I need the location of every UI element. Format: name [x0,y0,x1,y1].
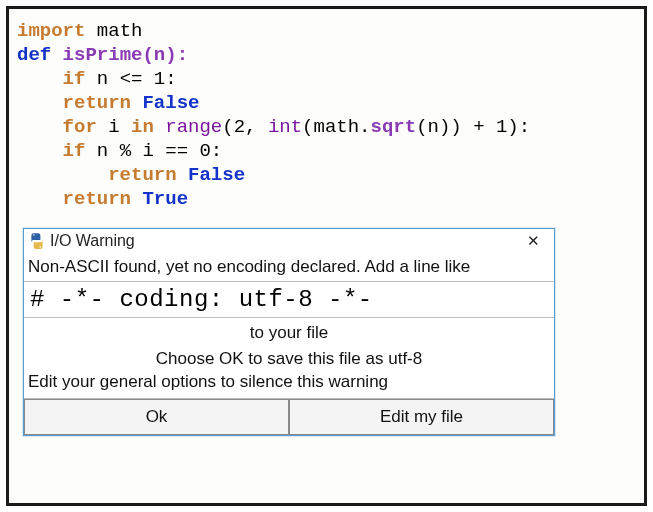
function-name: isPrime [51,44,142,66]
kw-for: for [63,116,97,138]
bool-false-1: False [131,92,199,114]
kw-import: import [17,20,85,42]
bool-false-2: False [177,164,245,186]
dialog-titlebar[interactable]: I/O Warning ✕ [24,229,554,252]
kw-return-2: return [108,164,176,186]
sqrt-call: sqrt [371,116,417,138]
dialog-message-3: Choose OK to save this file as utf-8 [24,344,554,370]
dialog-message-4: Edit your general options to silence thi… [24,370,554,399]
cond-2: n % i == 0: [85,140,222,162]
window-frame: import math def isPrime(n): if n <= 1: r… [6,6,647,506]
kw-if: if [63,68,86,90]
args-open2: (math. [302,116,370,138]
kw-if-2: if [63,140,86,162]
python-icon [28,232,46,250]
close-icon[interactable]: ✕ [518,232,548,250]
cond-1: n <= 1: [85,68,176,90]
dialog-button-row: Ok Edit my file [24,399,554,435]
dialog-code-line: # -*- coding: utf-8 -*- [24,282,554,318]
ok-button[interactable]: Ok [24,399,289,435]
kw-return: return [63,92,131,114]
dialog-message-2: to your file [24,318,554,344]
builtin-range: range [165,116,222,138]
module-name: math [85,20,142,42]
warning-dialog: I/O Warning ✕ Non-ASCII found, yet no en… [23,228,555,436]
kw-def: def [17,44,51,66]
kw-in: in [131,116,154,138]
edit-file-button[interactable]: Edit my file [289,399,554,435]
fn-params: (n): [142,44,188,66]
space [154,116,165,138]
builtin-int: int [268,116,302,138]
loop-var: i [97,116,131,138]
kw-return-3: return [63,188,131,210]
dialog-body: Non-ASCII found, yet no encoding declare… [24,252,554,435]
svg-point-0 [33,234,35,236]
code-editor[interactable]: import math def isPrime(n): if n <= 1: r… [9,9,644,211]
args-close: (n)) + 1): [416,116,530,138]
dialog-message-1: Non-ASCII found, yet no encoding declare… [24,252,554,282]
svg-point-1 [39,246,41,248]
args-open1: (2, [222,116,268,138]
bool-true: True [131,188,188,210]
dialog-title: I/O Warning [50,232,518,250]
